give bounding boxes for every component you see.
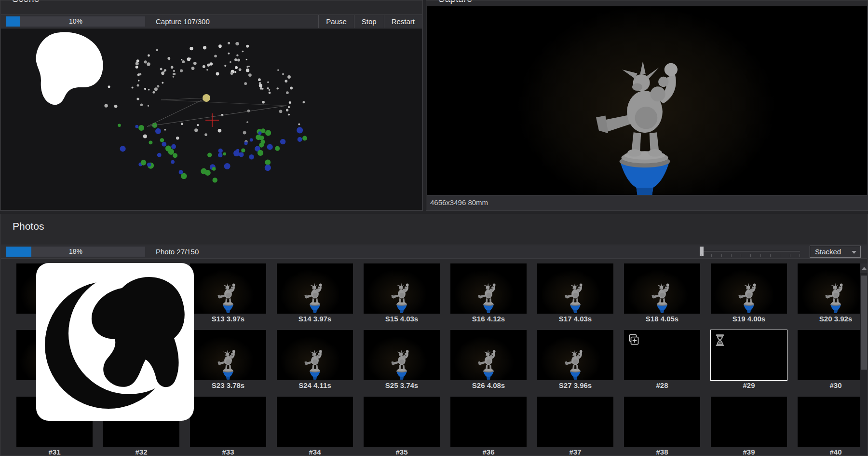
- photo-thumbnail[interactable]: [537, 263, 613, 314]
- photo-thumbnail[interactable]: [711, 263, 787, 314]
- photo-label: #30: [798, 380, 868, 391]
- photo-cell: #35: [364, 397, 440, 456]
- photo-label: S15 4.03s: [364, 314, 440, 324]
- capture-status-text: Capture 107/300: [156, 17, 210, 26]
- photo-thumbnail[interactable]: [364, 330, 440, 380]
- capture-preview-image[interactable]: [427, 6, 867, 195]
- chevron-down-icon: [852, 251, 856, 254]
- view-mode-dropdown[interactable]: Stacked: [810, 246, 861, 258]
- empty-thumbnail[interactable]: [190, 397, 266, 447]
- photo-cell: #33: [190, 397, 266, 456]
- scene-buttons: Pause Stop Restart: [318, 15, 422, 28]
- photo-cell: #39: [711, 397, 787, 456]
- capture-panel-title: Capture: [438, 0, 868, 4]
- scrollbar-thumb[interactable]: [861, 276, 867, 370]
- photo-thumbnail[interactable]: [277, 330, 353, 380]
- hourglass-icon: [715, 334, 725, 346]
- figurine-thumbnail: [304, 279, 326, 313]
- figurine-thumbnail: [738, 279, 760, 313]
- figurine-thumbnail: [825, 279, 847, 313]
- empty-thumbnail[interactable]: [364, 397, 440, 447]
- arrow-up-icon: [862, 267, 867, 270]
- photo-cell: S23 3.78s: [190, 330, 266, 391]
- figurine-thumbnail: [477, 279, 500, 313]
- photo-cell: S13 3.97s: [190, 263, 266, 324]
- thumbnail-size-slider[interactable]: [698, 245, 805, 259]
- photo-cell: #29: [711, 330, 787, 391]
- scene-panel-title: Scene: [12, 0, 422, 4]
- photo-thumbnail[interactable]: [190, 263, 266, 314]
- scene-3d-viewport[interactable]: [1, 28, 422, 210]
- empty-thumbnail[interactable]: [798, 330, 868, 380]
- view-mode-value: Stacked: [815, 248, 841, 256]
- photo-thumbnail[interactable]: [450, 330, 527, 380]
- photo-cell: #30: [798, 330, 868, 391]
- empty-thumbnail[interactable]: [450, 397, 527, 447]
- photo-label: S26 4.08s: [450, 380, 527, 391]
- photo-label: S23 3.78s: [190, 380, 266, 391]
- photo-label: #35: [364, 447, 440, 456]
- photo-cell: S25 3.74s: [364, 330, 440, 391]
- photo-thumbnail[interactable]: [798, 263, 868, 314]
- empty-thumbnail[interactable]: [624, 330, 700, 380]
- scroll-up-button[interactable]: [860, 263, 868, 273]
- photo-thumbnail[interactable]: [450, 263, 527, 314]
- photo-cell: S17 4.03s: [537, 263, 613, 324]
- empty-thumbnail[interactable]: [798, 397, 868, 447]
- photo-label: S24 4.11s: [277, 380, 353, 391]
- photos-scrollbar[interactable]: [860, 263, 868, 456]
- photo-label: #38: [624, 447, 700, 456]
- photo-thumbnail[interactable]: [624, 263, 700, 314]
- photo-label: S13 3.97s: [190, 314, 266, 324]
- photo-cell: S27 3.96s: [537, 330, 613, 391]
- photo-label: S25 3.74s: [364, 380, 440, 391]
- slider-track: [702, 251, 800, 251]
- figurine-thumbnail: [477, 345, 500, 380]
- photo-label: #29: [711, 380, 787, 391]
- photo-label: #28: [624, 380, 700, 391]
- photo-cell: S14 3.97s: [277, 263, 353, 324]
- capture-panel: Capture 4656x3496 80mm: [426, 0, 868, 211]
- empty-thumbnail[interactable]: [277, 397, 353, 447]
- figurine-photo: [593, 41, 696, 195]
- photo-thumbnail[interactable]: [364, 263, 440, 314]
- figurine-thumbnail: [217, 345, 239, 380]
- photos-panel-title: Photos: [0, 214, 868, 232]
- photo-label: #32: [103, 447, 179, 456]
- slider-ticks: [702, 254, 800, 257]
- stack-plus-icon: [628, 334, 639, 345]
- stop-button[interactable]: Stop: [354, 15, 384, 28]
- empty-thumbnail[interactable]: [537, 397, 613, 447]
- photos-progress-percent: 18%: [6, 247, 145, 257]
- photo-cell: S15 4.03s: [364, 263, 440, 324]
- empty-thumbnail[interactable]: [624, 397, 700, 447]
- photo-label: #37: [537, 447, 613, 456]
- scene-panel-titlebar: Scene: [0, 0, 422, 4]
- photo-label: #40: [798, 447, 868, 456]
- white-blob-watermark: [36, 32, 103, 105]
- photo-cell: S26 4.08s: [450, 330, 527, 391]
- photo-label: #33: [190, 447, 266, 456]
- photo-thumbnail[interactable]: [190, 330, 266, 380]
- figurine-thumbnail: [564, 279, 586, 313]
- figurine-thumbnail: [391, 345, 413, 380]
- empty-thumbnail[interactable]: [711, 397, 787, 447]
- photo-label: S16 4.12s: [450, 314, 527, 324]
- photo-cell: #37: [537, 397, 613, 456]
- point-cloud: [1, 28, 422, 210]
- figurine-thumbnail: [217, 279, 239, 313]
- empty-thumbnail[interactable]: [711, 330, 787, 380]
- photo-thumbnail[interactable]: [277, 263, 353, 314]
- photo-label: S19 4.00s: [711, 314, 787, 324]
- capture-panel-titlebar: Capture: [426, 0, 868, 4]
- photo-label: #36: [450, 447, 527, 456]
- photo-label: S18 4.05s: [624, 314, 700, 324]
- logo-icon: [36, 263, 194, 421]
- photo-cell: #34: [277, 397, 353, 456]
- restart-button[interactable]: Restart: [384, 15, 422, 28]
- photo-label: #34: [277, 447, 353, 456]
- capture-progress-percent: 10%: [6, 16, 145, 27]
- pause-button[interactable]: Pause: [318, 15, 354, 28]
- photo-thumbnail[interactable]: [537, 330, 613, 380]
- figurine-thumbnail: [304, 345, 326, 380]
